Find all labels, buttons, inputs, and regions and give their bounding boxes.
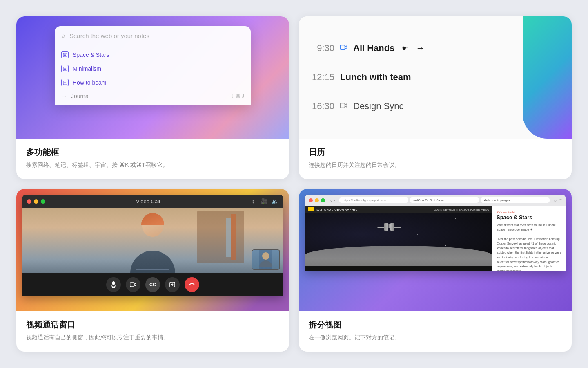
end-call-btn[interactable] (185, 277, 199, 292)
omnibar-item-label-2: Minimalism (73, 65, 101, 72)
forward-icon[interactable]: › (334, 198, 335, 203)
shortcut-j: J (242, 93, 244, 99)
svg-rect-0 (63, 53, 67, 57)
url-tab-1[interactable]: https://nationalgeographic.com... (339, 197, 408, 203)
svg-rect-9 (341, 45, 345, 50)
videocall-desc-area: 视频通话窗口 视频通话有自己的侧窗，因此您可以专注于重要的事情。 (16, 311, 289, 352)
journal-shortcut: ⇧ ⌘ J (230, 93, 244, 99)
omnibar-window: ⌕ Search the web or your notes Space & S… (55, 26, 251, 105)
video-titlebar: Video Call 🎙 🎥 🔈 (22, 195, 283, 208)
split-nav: ‹ › (330, 198, 335, 203)
omnibar-item-beam[interactable]: How to beam (55, 76, 251, 90)
shortcut-cmd: ⌘ (236, 93, 241, 99)
svg-rect-6 (63, 81, 67, 85)
natgeo-logo-box (308, 207, 314, 211)
omnibar-card: ⌕ Search the web or your notes Space & S… (16, 16, 289, 179)
video-controls: CC (22, 273, 283, 296)
url-tab-3[interactable]: Antenna is program... (481, 197, 550, 203)
event-1-arrow: → (416, 43, 425, 54)
splitview-card: ‹ › https://nationalgeographic.com... na… (299, 189, 572, 352)
calendar-card-desc: 连接您的日历并关注您的日常会议。 (309, 160, 562, 169)
calendar-divider-1 (312, 63, 559, 63)
video-main (22, 208, 283, 273)
svg-rect-10 (341, 103, 345, 108)
video-bg (22, 208, 283, 273)
calendar-divider-2 (312, 92, 559, 92)
main-grid: ⌕ Search the web or your notes Space & S… (0, 0, 588, 368)
note-icon-2 (61, 65, 69, 72)
journal-label: Journal (71, 93, 230, 99)
url-tab-2[interactable]: natGeo GLG ai Store... (410, 197, 479, 203)
event-1-time: 9:30 (312, 43, 334, 54)
article-date: JUL 11 2023 (497, 210, 562, 213)
omnibar-item-journal[interactable]: → Journal ⇧ ⌘ J (55, 90, 251, 103)
split-dot-green[interactable] (321, 198, 325, 202)
search-icon: ⌕ (61, 32, 65, 39)
svg-rect-3 (63, 67, 67, 71)
event-3-time: 16:30 (312, 101, 334, 112)
calendar-card: 9:30 All Hands ☛ → 12:15 Lunch with team… (299, 16, 572, 179)
splitview-card-desc: 在一侧浏览网页。记下对方的笔记。 (309, 333, 562, 342)
camera-icon[interactable]: 🎥 (261, 198, 267, 204)
dot-red[interactable] (27, 199, 31, 204)
search-icon-split[interactable]: ⌕ (554, 198, 557, 202)
video-icon-3 (340, 103, 347, 110)
splitview-preview: ‹ › https://nationalgeographic.com... na… (299, 189, 572, 311)
volume-icon[interactable]: 🔈 (272, 198, 278, 204)
svg-rect-11 (112, 281, 115, 285)
splitview-desc-area: 拆分视图 在一侧浏览网页。记下对方的笔记。 (299, 311, 572, 352)
journal-arrow-icon: → (61, 93, 67, 99)
search-row: ⌕ Search the web or your notes (55, 26, 251, 45)
dot-yellow[interactable] (34, 199, 38, 204)
event-2-time: 12:15 (312, 72, 334, 83)
omnibar-card-title: 多功能框 (26, 147, 279, 158)
split-url-bar: https://nationalgeographic.com... natGeo… (339, 197, 550, 203)
calendar-preview: 9:30 All Hands ☛ → 12:15 Lunch with team… (299, 16, 572, 139)
video-icon-1 (340, 45, 347, 52)
menu-icon-split[interactable]: ≡ (559, 198, 562, 202)
omnibar-preview: ⌕ Search the web or your notes Space & S… (16, 16, 289, 139)
camera-btn[interactable] (126, 277, 140, 292)
videocall-preview: Video Call 🎙 🎥 🔈 (16, 189, 289, 311)
calendar-event-2: 12:15 Lunch with team (312, 72, 559, 83)
note-icon-3 (61, 79, 69, 86)
note-icon-1 (61, 51, 69, 58)
svg-rect-14 (130, 283, 134, 287)
calendar-event-3: 16:30 Design Sync (312, 101, 559, 112)
event-1-label: All Hands (353, 43, 394, 54)
split-window: ‹ › https://nationalgeographic.com... na… (305, 195, 566, 271)
omnibar-desc-area: 多功能框 搜索网络、笔记、标签组、宇宙。按 ⌘K 或⌘T召唤它。 (16, 139, 289, 179)
omnibar-item-space[interactable]: Space & Stars (55, 48, 251, 62)
shortcut-shift: ⇧ (230, 93, 234, 99)
article-title: Space & Stars (497, 214, 562, 221)
share-btn[interactable] (165, 277, 180, 292)
back-icon[interactable]: ‹ (330, 198, 332, 203)
cc-btn[interactable]: CC (145, 277, 160, 292)
split-dot-red[interactable] (309, 198, 313, 202)
omnibar-item-minimalism[interactable]: Minimalism (55, 62, 251, 76)
videocall-card-desc: 视频通话有自己的侧窗，因此您可以专注于重要的事情。 (26, 333, 279, 342)
mic-icon[interactable]: 🎙 (251, 198, 256, 204)
event-3-label: Design Sync (353, 101, 404, 112)
omnibar-card-desc: 搜索网络、笔记、标签组、宇宙。按 ⌘K 或⌘T召唤它。 (26, 160, 279, 169)
event-2-label: Lunch with team (340, 72, 411, 83)
mic-btn[interactable] (106, 277, 121, 292)
pip-content (252, 250, 279, 269)
dot-green[interactable] (41, 199, 45, 204)
calendar-event-1[interactable]: 9:30 All Hands ☛ → (312, 43, 559, 54)
calendar-card-title: 日历 (309, 147, 562, 158)
split-dot-yellow[interactable] (315, 198, 319, 202)
split-right-panel: JUL 11 2023 Space & Stars Most distant s… (492, 206, 566, 271)
split-content: NATIONAL GEOGRAPHIC LOGIN NEWSLETTER SUB… (305, 206, 566, 271)
split-left-panel: NATIONAL GEOGRAPHIC LOGIN NEWSLETTER SUB… (305, 206, 492, 271)
omnibar-item-label-3: How to beam (73, 79, 106, 86)
natgeo-logo-text: NATIONAL GEOGRAPHIC (316, 208, 358, 211)
article-text: Most distant star ever seen found in Hub… (497, 223, 562, 271)
search-input[interactable]: Search the web or your notes (69, 32, 244, 39)
omnibar-items: Space & Stars Minimalism How to beam (55, 45, 251, 105)
omnibar-item-label-1: Space & Stars (73, 52, 109, 58)
videocall-card: Video Call 🎙 🎥 🔈 (16, 189, 289, 352)
video-window: Video Call 🎙 🎥 🔈 (22, 195, 283, 296)
videocall-card-title: 视频通话窗口 (26, 319, 279, 330)
natgeo-nav: LOGIN NEWSLETTER SUBSCRIBE MENU (433, 208, 489, 211)
